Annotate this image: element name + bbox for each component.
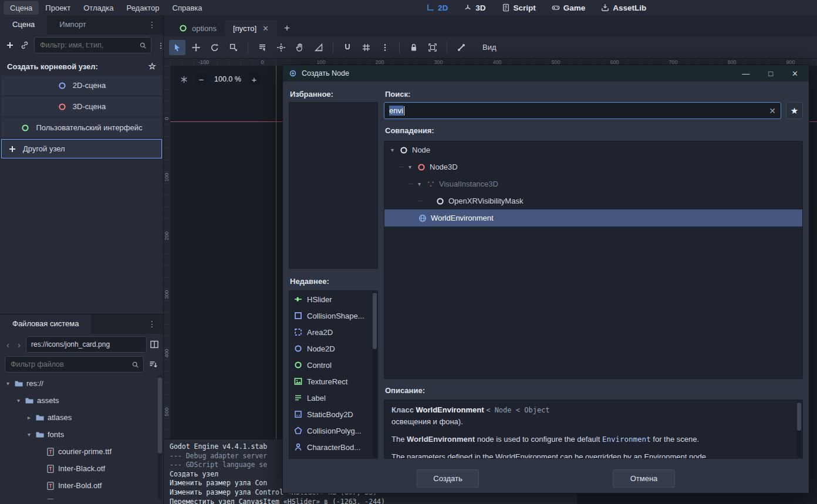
recent-scrollbar[interactable]: [373, 292, 377, 458]
collapse-arrow-icon[interactable]: ▸: [26, 414, 32, 421]
workspace-game[interactable]: Game: [552, 4, 586, 12]
menu-help[interactable]: Справка: [166, 1, 209, 15]
split-view-icon[interactable]: [149, 340, 160, 349]
file-tree-item[interactable]: courier-prime.ttf: [0, 443, 163, 460]
pivot-tool[interactable]: [273, 40, 289, 55]
recent-item-Node2D[interactable]: Node2D: [289, 340, 377, 357]
tree-item-WorldEnvironment[interactable]: WorldEnvironment: [384, 209, 802, 226]
recent-item-HSlider[interactable]: HSlider: [289, 291, 377, 307]
collapse-arrow-icon[interactable]: ▾: [15, 397, 22, 404]
smart-snap-toggle[interactable]: [339, 40, 356, 55]
favorites-star-icon[interactable]: ☆: [148, 61, 156, 72]
recent-item-Area2D[interactable]: Area2D: [289, 324, 377, 340]
file-tree-item[interactable]: ▾assets: [0, 392, 163, 409]
scene-tab-1[interactable]: [пусто]✕: [225, 20, 277, 36]
collapse-arrow-icon[interactable]: ▾: [26, 431, 32, 438]
collapse-arrow-icon[interactable]: ▾: [5, 380, 11, 387]
nav-back-icon[interactable]: ‹: [4, 339, 12, 351]
scene-dock-menu-icon[interactable]: ⋮: [141, 15, 163, 35]
tree-item-OpenXRVisibilityMask[interactable]: OpenXRVisibilityMask: [384, 192, 802, 209]
favorites-list[interactable]: [289, 102, 378, 269]
tree-item-Node[interactable]: ▾Node: [384, 141, 802, 158]
toggle-favorite-button[interactable]: ★: [786, 102, 803, 119]
collapse-arrow-icon[interactable]: ▾: [389, 147, 396, 153]
dock-splitter[interactable]: [163, 15, 164, 504]
ruler-tool[interactable]: [310, 40, 327, 55]
filesystem-scrollbar[interactable]: [158, 375, 162, 499]
control-icon: [178, 23, 188, 33]
select-tool[interactable]: [169, 40, 185, 55]
tab-import[interactable]: Импорт: [47, 15, 98, 35]
root-option-1[interactable]: 3D-сцена: [1, 97, 162, 116]
close-icon[interactable]: ✕: [792, 69, 798, 78]
workspace-2d[interactable]: 2D: [426, 4, 448, 12]
create-button[interactable]: Создать: [417, 469, 479, 488]
file-tree-item[interactable]: Inter-Bold.otf: [0, 477, 163, 494]
grid-snap-toggle[interactable]: [358, 40, 374, 55]
zoom-level[interactable]: 100.0 %: [214, 75, 241, 83]
recent-item-CollisionShape[interactable]: CollisionShape...: [289, 307, 377, 324]
snap-options-menu[interactable]: [377, 40, 393, 55]
root-option-0[interactable]: 2D-сцена: [1, 76, 162, 95]
tree-item-Node3D[interactable]: ▾Node3D: [384, 158, 802, 175]
menu-debug[interactable]: Отладка: [77, 1, 120, 15]
workspace-assetlib[interactable]: AssetLib: [601, 4, 646, 12]
description-scrollbar[interactable]: [797, 401, 801, 457]
rotate-tool[interactable]: [207, 40, 223, 55]
file-filter-input[interactable]: [9, 360, 128, 369]
text-caret: [404, 106, 404, 116]
recent-item-StaticBody2D[interactable]: StaticBody2D: [289, 406, 377, 422]
workspace-3d[interactable]: 3D: [464, 4, 485, 12]
lock-toggle[interactable]: [406, 40, 422, 55]
file-tree-item[interactable]: ▾res://: [0, 375, 163, 392]
new-scene-tab-icon[interactable]: +: [277, 22, 297, 36]
view-menu[interactable]: Вид: [482, 43, 497, 52]
file-tree-item[interactable]: ▸atlases: [0, 409, 163, 426]
root-option-3[interactable]: Другой узел: [1, 139, 162, 158]
recent-item-TextureRect[interactable]: TextureRect: [289, 373, 377, 390]
maximize-icon[interactable]: □: [768, 69, 773, 78]
pan-tool[interactable]: [292, 40, 308, 55]
menu-editor[interactable]: Редактор: [120, 1, 166, 15]
close-tab-icon[interactable]: ✕: [262, 24, 269, 33]
tree-item-VisualInstance3D[interactable]: ▾VisualInstance3D: [384, 175, 802, 192]
group-toggle[interactable]: [424, 40, 441, 55]
file-tree-item[interactable]: ▾fonts: [0, 426, 163, 443]
cancel-button[interactable]: Отмена: [613, 469, 675, 488]
scene-tab-0[interactable]: options: [170, 20, 225, 36]
zoom-out-button[interactable]: −: [195, 73, 208, 86]
instance-scene-button[interactable]: [19, 40, 30, 50]
file-tree-item[interactable]: label_settings: [0, 494, 163, 499]
tree-guide: [417, 201, 422, 201]
current-path[interactable]: res://icons/jonh_card.png: [26, 336, 147, 353]
nav-forward-icon[interactable]: ›: [15, 339, 23, 351]
filesystem-dock-menu-icon[interactable]: ⋮: [141, 314, 163, 334]
scale-tool[interactable]: [225, 40, 242, 55]
script-icon: [502, 4, 510, 12]
list-select-tool[interactable]: [254, 40, 271, 55]
move-tool[interactable]: [188, 40, 204, 55]
scene-filter-input[interactable]: [39, 40, 136, 50]
tab-scene[interactable]: Сцена: [0, 15, 47, 35]
sort-files-icon[interactable]: [148, 360, 158, 369]
collapse-arrow-icon[interactable]: ▾: [407, 164, 413, 170]
search-input[interactable]: envi ✕: [384, 102, 781, 119]
clear-search-icon[interactable]: ✕: [769, 106, 776, 116]
recent-item-Control[interactable]: Control: [289, 357, 377, 373]
file-tree-item[interactable]: Inter-Black.otf: [0, 460, 163, 477]
dialog-titlebar[interactable]: Создать Node — □ ✕: [283, 65, 809, 82]
tab-filesystem[interactable]: Файловая система: [0, 314, 91, 334]
workspace-script[interactable]: Script: [502, 4, 536, 12]
menu-scene[interactable]: Сцена: [4, 1, 39, 15]
recent-item-CollisionPolyg[interactable]: CollisionPolyg...: [289, 422, 377, 439]
root-option-2[interactable]: Пользовательский интерфейс: [1, 118, 162, 137]
recent-item-CharacterBod[interactable]: CharacterBod...: [289, 439, 377, 455]
zoom-in-button[interactable]: +: [248, 73, 261, 86]
minimize-icon[interactable]: —: [742, 69, 750, 78]
resource-file-icon: [46, 498, 55, 500]
skeleton-options-menu[interactable]: [453, 40, 470, 55]
add-node-button[interactable]: [5, 40, 15, 50]
menu-project[interactable]: Проект: [39, 1, 77, 15]
recent-item-Label[interactable]: Label: [289, 390, 377, 406]
collapse-arrow-icon[interactable]: ▾: [416, 181, 423, 187]
